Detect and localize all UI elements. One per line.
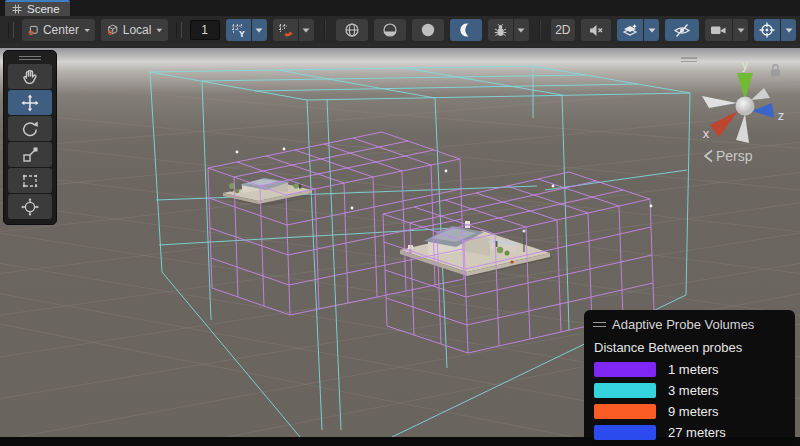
grid-size-field[interactable] bbox=[190, 20, 220, 40]
snap-magnet-icon bbox=[278, 23, 293, 38]
legend-swatch-27m bbox=[594, 425, 656, 440]
chevron-down-icon bbox=[156, 28, 163, 33]
camera-settings-button[interactable] bbox=[705, 19, 732, 41]
apv-legend-row: 1 meters bbox=[594, 362, 785, 377]
apv-legend-row: 27 meters bbox=[594, 425, 785, 440]
legend-label-1m: 1 meters bbox=[668, 362, 719, 377]
scale-icon bbox=[21, 146, 39, 164]
gizmo-axis-neg-cone[interactable] bbox=[702, 96, 737, 108]
move-icon bbox=[21, 94, 39, 112]
chevron-down-icon bbox=[737, 28, 745, 33]
2d-mode-toggle[interactable]: 2D bbox=[551, 19, 575, 41]
chevron-down-icon bbox=[648, 28, 656, 33]
gizmo-center-ball[interactable] bbox=[736, 97, 755, 116]
wireframe-sphere-icon bbox=[344, 22, 360, 38]
grid-visibility-toggle[interactable]: Y bbox=[226, 19, 251, 41]
gizmo-y-axis-cone[interactable] bbox=[737, 73, 753, 100]
camera-icon bbox=[710, 23, 727, 37]
scene-lighting-button[interactable] bbox=[374, 19, 406, 41]
legend-swatch-9m bbox=[594, 404, 656, 419]
hidden-objects-toggle[interactable] bbox=[665, 19, 699, 41]
gizmos-options[interactable] bbox=[781, 19, 796, 41]
eye-hidden-icon bbox=[673, 23, 691, 38]
lock-icon[interactable] bbox=[769, 63, 782, 78]
transform-icon bbox=[21, 198, 39, 216]
scene-toolbar: Center Local Y bbox=[0, 16, 800, 46]
grid-y-icon: Y bbox=[231, 23, 246, 38]
pivot-icon bbox=[28, 23, 39, 37]
camera-group bbox=[705, 19, 748, 41]
pivot-mode-dropdown[interactable]: Center bbox=[22, 19, 96, 41]
tab-bar: Scene bbox=[0, 0, 800, 16]
tools-drag-handle[interactable] bbox=[8, 54, 52, 62]
audio-toggle[interactable] bbox=[581, 19, 611, 41]
gizmos-group bbox=[754, 19, 796, 41]
scale-tool-button[interactable] bbox=[8, 142, 52, 167]
gizmo-axis-neg-cone[interactable] bbox=[751, 88, 770, 100]
debug-options[interactable] bbox=[514, 19, 529, 41]
grid-visibility-options[interactable] bbox=[252, 19, 267, 41]
gizmo-z-axis-cone[interactable] bbox=[752, 103, 774, 118]
tab-label: Scene bbox=[27, 2, 60, 16]
bug-icon bbox=[493, 23, 508, 38]
camera-options[interactable] bbox=[733, 19, 748, 41]
scene-visibility-sphere-button[interactable] bbox=[412, 19, 444, 41]
audio-muted-icon bbox=[588, 23, 604, 38]
filled-circle-icon bbox=[420, 22, 436, 38]
cube-icon bbox=[107, 23, 118, 37]
orientation-label: Local bbox=[123, 23, 152, 37]
legend-swatch-1m bbox=[594, 362, 656, 377]
apv-panel: Adaptive Probe Volumes Distance Between … bbox=[584, 310, 795, 442]
apv-title: Adaptive Probe Volumes bbox=[612, 317, 754, 332]
legend-label-3m: 3 meters bbox=[668, 383, 719, 398]
debug-group bbox=[488, 19, 529, 41]
chevron-down-icon bbox=[255, 28, 263, 33]
hand-icon bbox=[21, 68, 39, 86]
rotate-icon bbox=[21, 120, 39, 138]
rect-tool-button[interactable] bbox=[8, 168, 52, 193]
gizmo-z-label: z bbox=[778, 108, 785, 123]
gizmo-axis-neg-cone[interactable] bbox=[736, 114, 749, 143]
debug-draw-mode-button[interactable] bbox=[488, 19, 513, 41]
toolbar-drag-handle[interactable] bbox=[8, 22, 14, 38]
gizmos-toggle[interactable] bbox=[754, 19, 780, 41]
tab-scene[interactable]: Scene bbox=[5, 0, 70, 16]
toolbar-separator bbox=[324, 21, 326, 39]
snap-options[interactable] bbox=[299, 19, 314, 41]
pivot-mode-label: Center bbox=[43, 23, 79, 37]
effects-layers-icon bbox=[622, 23, 638, 38]
rect-icon bbox=[21, 172, 39, 190]
transform-tool-button[interactable] bbox=[8, 194, 52, 219]
effects-options[interactable] bbox=[644, 19, 659, 41]
grid-visibility-group: Y bbox=[226, 19, 267, 41]
scene-viewport[interactable]: y x z Persp Adaptive Probe Volumes Dista… bbox=[0, 48, 800, 437]
crescent-moon-icon bbox=[458, 22, 474, 38]
projection-label: Persp bbox=[716, 148, 753, 164]
shading-mode-button[interactable] bbox=[336, 19, 368, 41]
apv-drag-handle[interactable] bbox=[593, 322, 606, 328]
apv-legend-row: 3 meters bbox=[594, 383, 785, 398]
legend-label-9m: 9 meters bbox=[668, 404, 719, 419]
tools-overlay bbox=[3, 50, 57, 225]
gizmo-sphere-icon bbox=[759, 22, 775, 38]
svg-text:Y: Y bbox=[239, 29, 245, 38]
move-tool-button[interactable] bbox=[8, 90, 52, 115]
toolbar-drag-handle[interactable] bbox=[176, 22, 182, 38]
half-shaded-sphere-icon bbox=[382, 22, 398, 38]
projection-toggle[interactable]: Persp bbox=[703, 148, 753, 164]
grid-tab-icon bbox=[12, 4, 22, 14]
gizmo-x-axis-cone[interactable] bbox=[710, 111, 738, 137]
chevron-down-icon bbox=[84, 28, 90, 33]
light-probe-vis-button[interactable] bbox=[450, 19, 482, 41]
chevron-down-icon bbox=[517, 28, 525, 33]
view-tool-button[interactable] bbox=[8, 64, 52, 89]
orientation-dropdown[interactable]: Local bbox=[101, 19, 168, 41]
effects-toggle[interactable] bbox=[617, 19, 643, 41]
rotate-tool-button[interactable] bbox=[8, 116, 52, 141]
toolbar-separator bbox=[539, 21, 541, 39]
apv-subtitle: Distance Between probes bbox=[594, 340, 785, 355]
legend-label-27m: 27 meters bbox=[668, 425, 726, 440]
unity-scene-view-window: Scene Center Local bbox=[0, 0, 800, 446]
grid-snapping-toggle[interactable] bbox=[273, 19, 298, 41]
chevron-down-icon bbox=[302, 28, 310, 33]
